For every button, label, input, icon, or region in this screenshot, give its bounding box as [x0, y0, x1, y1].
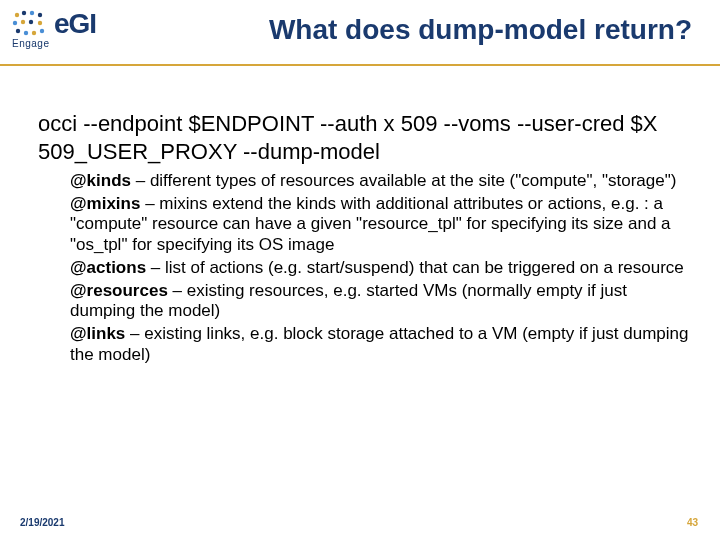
- svg-point-0: [15, 13, 19, 17]
- svg-point-1: [22, 11, 26, 15]
- svg-point-4: [13, 21, 17, 25]
- svg-point-8: [16, 29, 20, 33]
- def-resources: @resources – existing resources, e.g. st…: [70, 281, 690, 322]
- svg-point-10: [32, 31, 36, 35]
- def-actions: @actions – list of actions (e.g. start/s…: [70, 258, 690, 279]
- svg-point-9: [24, 31, 28, 35]
- command-line: occi --endpoint $ENDPOINT --auth x 509 -…: [38, 110, 690, 165]
- def-mixins: @mixins – mixins extend the kinds with a…: [70, 194, 690, 256]
- slide-body: occi --endpoint $ENDPOINT --auth x 509 -…: [38, 110, 690, 368]
- slide-title: What does dump-model return?: [269, 14, 692, 46]
- svg-point-6: [29, 20, 33, 24]
- footer-page-number: 43: [687, 517, 698, 528]
- svg-point-11: [40, 29, 44, 33]
- def-kinds: @kinds – different types of resources av…: [70, 171, 690, 192]
- logo-text: eGI: [54, 8, 96, 40]
- svg-point-3: [38, 13, 42, 17]
- svg-point-5: [21, 20, 25, 24]
- title-divider: [0, 64, 720, 66]
- footer-date: 2/19/2021: [20, 517, 65, 528]
- svg-point-7: [38, 21, 42, 25]
- logo-dots-icon: [12, 9, 48, 39]
- egi-logo: eGI Engage: [12, 8, 132, 58]
- def-links: @links – existing links, e.g. block stor…: [70, 324, 690, 365]
- svg-point-2: [30, 11, 34, 15]
- definitions: @kinds – different types of resources av…: [70, 171, 690, 366]
